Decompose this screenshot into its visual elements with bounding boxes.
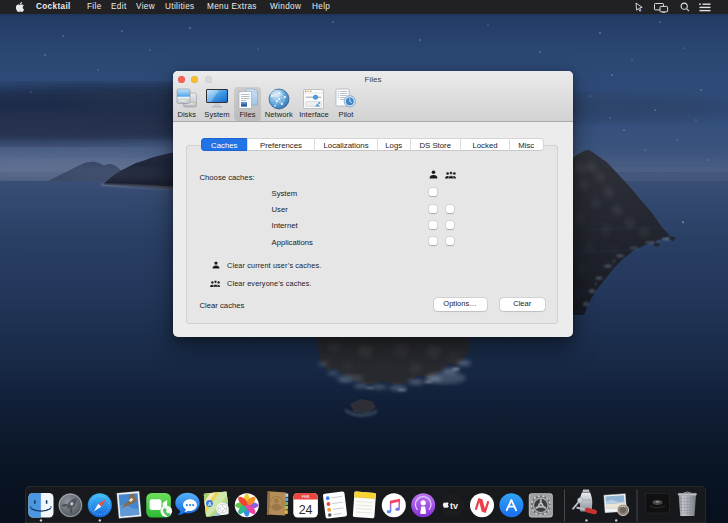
- svg-text:24: 24: [299, 503, 313, 517]
- svg-text:A: A: [208, 501, 212, 507]
- svg-text:FEB: FEB: [302, 494, 310, 499]
- svg-text:tv: tv: [450, 501, 458, 511]
